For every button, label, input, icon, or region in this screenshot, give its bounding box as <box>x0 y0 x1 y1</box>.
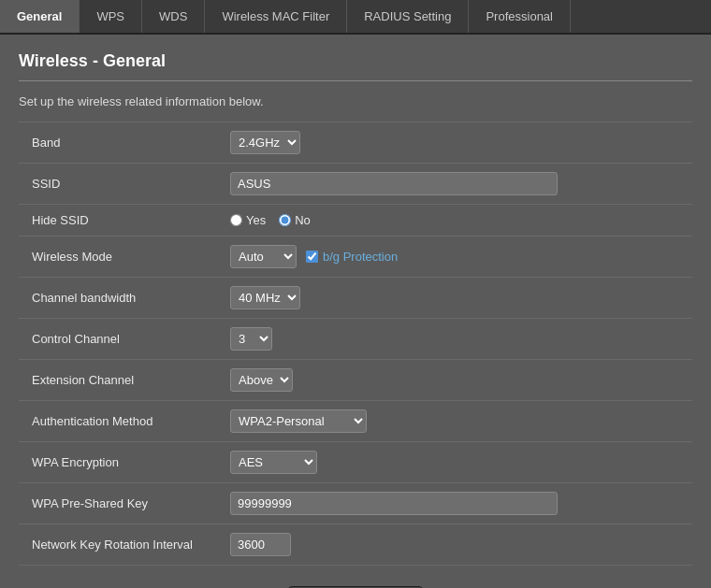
page-description: Set up the wireless related information … <box>19 94 692 108</box>
auth-method-label: Authentication Method <box>19 401 225 442</box>
title-divider <box>19 80 692 81</box>
tab-general[interactable]: General <box>0 0 80 33</box>
wpa-psk-cell <box>225 483 692 524</box>
table-row: Wireless Mode Auto N Only B/G/N B Only G… <box>19 237 692 278</box>
auth-method-select[interactable]: Open System WPA-Personal WPA2-Personal W… <box>230 409 367 433</box>
table-row: WPA Pre-Shared Key <box>19 483 692 524</box>
hide-ssid-radio-group: Yes No <box>230 213 683 227</box>
wireless-mode-row: Auto N Only B/G/N B Only G Only b/g Prot… <box>230 245 683 268</box>
tab-radius[interactable]: RADIUS Setting <box>347 0 469 33</box>
wpa-encryption-select[interactable]: AES TKIP TKIP+AES <box>230 451 317 474</box>
wpa-psk-input[interactable] <box>230 492 558 515</box>
extension-channel-label: Extension Channel <box>19 360 225 401</box>
band-cell: 2.4GHz 5GHz <box>225 122 692 164</box>
extension-channel-cell: Above Below <box>225 360 692 401</box>
control-channel-select[interactable]: 123 456 789 1011 <box>230 327 272 351</box>
wireless-mode-cell: Auto N Only B/G/N B Only G Only b/g Prot… <box>225 237 692 278</box>
bg-protection-text: b/g Protection <box>323 250 398 264</box>
table-row: Network Key Rotation Interval <box>19 524 692 566</box>
wpa-psk-label: WPA Pre-Shared Key <box>19 483 225 524</box>
control-channel-label: Control Channel <box>19 319 225 360</box>
hide-ssid-no-radio[interactable] <box>279 214 291 226</box>
hide-ssid-label: Hide SSID <box>19 205 225 237</box>
page-title: Wireless - General <box>19 51 692 71</box>
channel-bandwidth-label: Channel bandwidth <box>19 278 225 319</box>
wpa-encryption-cell: AES TKIP TKIP+AES <box>225 442 692 483</box>
tab-professional[interactable]: Professional <box>469 0 571 33</box>
ssid-input[interactable] <box>230 172 558 195</box>
ssid-label: SSID <box>19 164 225 205</box>
tab-bar: General WPS WDS Wireless MAC Filter RADI… <box>0 0 711 35</box>
control-channel-cell: 123 456 789 1011 <box>225 319 692 360</box>
ssid-cell <box>225 164 692 205</box>
tab-wds[interactable]: WDS <box>142 0 205 33</box>
tab-mac-filter[interactable]: Wireless MAC Filter <box>205 0 347 33</box>
bg-protection-checkbox[interactable] <box>306 251 318 263</box>
table-row: Hide SSID Yes No <box>19 205 692 237</box>
hide-ssid-yes-radio[interactable] <box>230 214 242 226</box>
channel-bandwidth-select[interactable]: 20 MHz 40 MHz <box>230 286 300 309</box>
table-row: Authentication Method Open System WPA-Pe… <box>19 401 692 442</box>
channel-bandwidth-cell: 20 MHz 40 MHz <box>225 278 692 319</box>
band-select[interactable]: 2.4GHz 5GHz <box>230 131 300 154</box>
wireless-mode-select[interactable]: Auto N Only B/G/N B Only G Only <box>230 245 297 268</box>
key-rotation-cell <box>225 524 692 566</box>
table-row: Control Channel 123 456 789 1011 <box>19 319 692 360</box>
content-area: Wireless - General Set up the wireless r… <box>0 35 711 588</box>
key-rotation-input[interactable] <box>230 533 291 556</box>
tab-wps[interactable]: WPS <box>80 0 142 33</box>
hide-ssid-no-label[interactable]: No <box>279 213 311 227</box>
table-row: Channel bandwidth 20 MHz 40 MHz <box>19 278 692 319</box>
wireless-mode-label: Wireless Mode <box>19 237 225 278</box>
table-row: Extension Channel Above Below <box>19 360 692 401</box>
auth-method-cell: Open System WPA-Personal WPA2-Personal W… <box>225 401 692 442</box>
table-row: SSID <box>19 164 692 205</box>
table-row: WPA Encryption AES TKIP TKIP+AES <box>19 442 692 483</box>
hide-ssid-cell: Yes No <box>225 205 692 237</box>
hide-ssid-yes-label[interactable]: Yes <box>230 213 266 227</box>
hide-ssid-no-text: No <box>295 213 311 227</box>
bg-protection-label[interactable]: b/g Protection <box>306 250 398 264</box>
key-rotation-label: Network Key Rotation Interval <box>19 524 225 566</box>
settings-table: Band 2.4GHz 5GHz SSID Hide SSID <box>19 122 692 566</box>
extension-channel-select[interactable]: Above Below <box>230 368 293 392</box>
band-label: Band <box>19 122 225 164</box>
table-row: Band 2.4GHz 5GHz <box>19 122 692 164</box>
hide-ssid-yes-text: Yes <box>246 213 266 227</box>
wpa-encryption-label: WPA Encryption <box>19 442 225 483</box>
